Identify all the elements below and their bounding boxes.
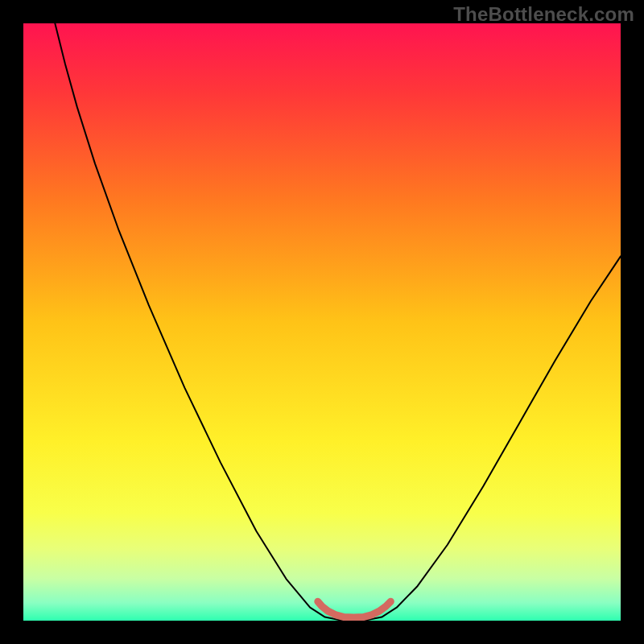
chart-svg bbox=[23, 23, 621, 621]
chart-frame: TheBottleneck.com bbox=[0, 0, 644, 644]
plot-area bbox=[23, 23, 621, 621]
gradient-background bbox=[23, 23, 621, 621]
watermark-text: TheBottleneck.com bbox=[453, 3, 634, 26]
